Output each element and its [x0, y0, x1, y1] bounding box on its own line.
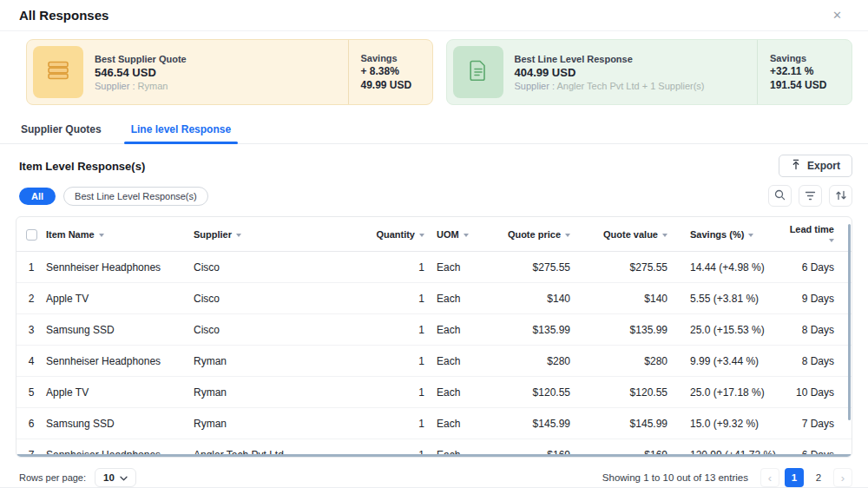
- cell-uom: Each: [426, 252, 496, 283]
- filter-button[interactable]: [799, 185, 822, 207]
- cell-row-index: 3: [16, 314, 46, 346]
- cell-quantity: 1: [374, 283, 426, 314]
- card-title: Best Line Level Response: [515, 54, 705, 64]
- cell-quote-price: $135.99: [496, 314, 582, 346]
- cell-lead-time: 7 Days: [782, 408, 852, 439]
- line-level-savings: Savings +32.11 % 191.54 USD: [758, 40, 852, 104]
- chip-best-line-level[interactable]: Best Line Level Response(s): [63, 187, 208, 206]
- sort-button[interactable]: [829, 185, 852, 207]
- search-button[interactable]: [768, 185, 792, 207]
- cell-supplier: Cisco: [190, 252, 374, 283]
- cell-supplier: Ryman: [190, 346, 374, 377]
- card-supplier: Supplier : Ryman: [95, 81, 187, 91]
- supplier-value: Ryman: [138, 81, 168, 91]
- sort-caret-icon: [99, 234, 104, 237]
- tab-line-level-response[interactable]: Line level Response: [129, 116, 233, 143]
- cell-quote-price: $280: [496, 346, 582, 377]
- chip-all[interactable]: All: [19, 188, 56, 205]
- tab-bar: Supplier Quotes Line level Response: [0, 116, 868, 144]
- line-level-tile: [453, 46, 503, 98]
- cell-savings: 25.0 (+15.53 %): [680, 314, 782, 346]
- vertical-scrollbar[interactable]: [848, 224, 851, 420]
- column-header-uom[interactable]: UOM: [426, 217, 496, 252]
- rows-per-page: Rows per page: 10: [19, 468, 136, 487]
- cell-quote-value: $135.99: [582, 314, 680, 346]
- chevron-right-icon[interactable]: ›: [833, 468, 852, 487]
- column-header-quote-price[interactable]: Quote price: [496, 217, 582, 252]
- page-button-2[interactable]: 2: [809, 468, 828, 487]
- sort-caret-icon: [464, 234, 469, 237]
- table-footer: Rows per page: 10 Showing 1 to 10 out of…: [0, 458, 868, 487]
- card-supplier: Supplier : Angler Tech Pvt Ltd + 1 Suppl…: [515, 81, 705, 91]
- supplier-quote-tile: [33, 46, 83, 98]
- cell-row-index: 4: [16, 346, 46, 377]
- table-row: 3 Samsung SSD Cisco 1 Each $135.99 $135.…: [16, 314, 852, 346]
- column-header-quote-value[interactable]: Quote value: [582, 217, 680, 252]
- page-button-1[interactable]: 1: [785, 468, 804, 487]
- column-header-supplier[interactable]: Supplier: [190, 217, 374, 252]
- cell-item-name: Samsung SSD: [46, 314, 190, 346]
- summary-cards: Best Supplier Quote 546.54 USD Supplier …: [0, 31, 868, 105]
- table-row: 2 Apple TV Cisco 1 Each $140 $140 5.55 (…: [16, 283, 852, 314]
- cell-uom: Each: [426, 377, 496, 408]
- card-title: Best Supplier Quote: [95, 54, 187, 64]
- savings-percent: + 8.38%: [361, 65, 420, 77]
- page-title: All Responses: [19, 8, 108, 23]
- column-header-lead-time[interactable]: Lead time: [782, 217, 852, 252]
- close-icon[interactable]: ✕: [832, 10, 842, 21]
- cell-savings: 14.44 (+4.98 %): [680, 252, 782, 283]
- cell-quote-value: $280: [582, 346, 680, 377]
- supplier-label: Supplier :: [95, 81, 135, 91]
- best-supplier-quote-card: Best Supplier Quote 546.54 USD Supplier …: [26, 39, 433, 105]
- supplier-label: Supplier :: [515, 81, 555, 91]
- modal-header: All Responses ✕: [0, 0, 868, 31]
- cell-savings: 5.55 (+3.81 %): [680, 283, 782, 314]
- horizontal-scrollbar[interactable]: [16, 454, 852, 457]
- pagination: ‹ 1 2 ›: [760, 468, 852, 487]
- footer-right: Showing 1 to 10 out of 13 entries ‹ 1 2 …: [602, 468, 852, 487]
- cell-supplier: Ryman: [190, 408, 374, 439]
- cell-item-name: Apple TV: [46, 377, 190, 408]
- filter-icon: [805, 188, 816, 204]
- cell-quote-price: $120.55: [496, 377, 582, 408]
- export-label: Export: [807, 160, 840, 172]
- export-button[interactable]: Export: [779, 155, 852, 177]
- rows-per-page-select[interactable]: 10: [95, 468, 136, 487]
- search-icon: [774, 188, 786, 204]
- all-responses-modal: All Responses ✕ Best Supplier Quote 546.…: [0, 0, 868, 488]
- cell-row-index: 1: [16, 252, 46, 283]
- supplier-quote-savings: Savings + 8.38% 49.99 USD: [349, 40, 432, 104]
- cell-item-name: Sennheiser Headphones: [46, 252, 190, 283]
- select-all-checkbox[interactable]: [26, 229, 37, 241]
- column-header-savings[interactable]: Savings (%): [680, 217, 782, 252]
- column-header-item-name[interactable]: Item Name: [46, 217, 190, 252]
- supplier-quote-text: Best Supplier Quote 546.54 USD Supplier …: [95, 54, 187, 91]
- column-header-quantity[interactable]: Quantity: [374, 217, 426, 252]
- export-icon: [791, 159, 801, 173]
- cell-savings: 15.0 (+9.32 %): [680, 408, 782, 439]
- sort-caret-icon: [565, 234, 570, 237]
- filter-chips: All Best Line Level Response(s): [19, 187, 208, 206]
- cell-savings: 25.0 (+17.18 %): [680, 377, 782, 408]
- sort-caret-icon: [419, 234, 424, 237]
- table-tools: [768, 185, 852, 207]
- savings-label: Savings: [361, 53, 420, 63]
- cell-uom: Each: [426, 346, 496, 377]
- chevron-left-icon[interactable]: ‹: [760, 468, 779, 487]
- cell-quote-value: $145.99: [582, 408, 680, 439]
- sort-caret-icon: [748, 234, 753, 237]
- table-row: 1 Sennheiser Headphones Cisco 1 Each $27…: [16, 252, 852, 283]
- cell-quote-value: $120.55: [582, 377, 680, 408]
- cell-row-index: 6: [16, 408, 46, 439]
- savings-amount: 49.99 USD: [361, 79, 420, 91]
- cell-uom: Each: [426, 314, 496, 346]
- tab-supplier-quotes[interactable]: Supplier Quotes: [19, 116, 103, 143]
- line-level-main: Best Line Level Response 404.99 USD Supp…: [447, 40, 758, 104]
- best-supplier-quote-main: Best Supplier Quote 546.54 USD Supplier …: [27, 40, 348, 104]
- cell-lead-time: 6 Days: [782, 252, 852, 283]
- card-amount: 546.54 USD: [95, 66, 187, 79]
- item-response-table: Item Name Supplier Quantity UOM Quote pr…: [16, 216, 852, 458]
- cell-lead-time: 10 Days: [782, 377, 852, 408]
- cell-savings: 9.99 (+3.44 %): [680, 346, 782, 377]
- cell-quote-price: $140: [496, 283, 582, 314]
